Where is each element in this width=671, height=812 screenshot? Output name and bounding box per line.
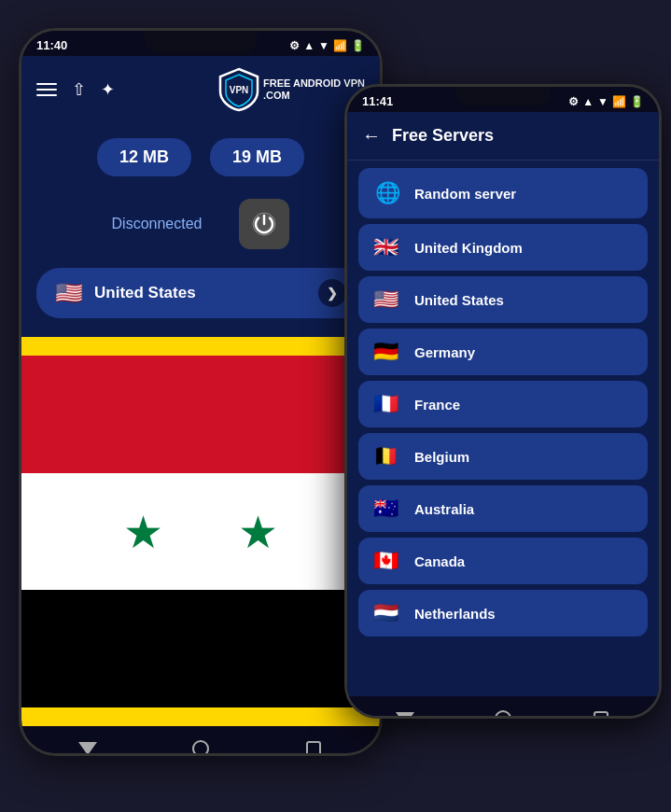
server-name-ca: Canada — [414, 553, 465, 569]
upload-stat: 19 MB — [210, 138, 304, 176]
server-name-fr: France — [414, 397, 460, 413]
stats-row: 12 MB 19 MB — [21, 123, 380, 191]
notification-icon-r: ▲ — [582, 95, 594, 108]
flag-nl: 🇳🇱 — [373, 601, 401, 625]
svg-text:VPN: VPN — [230, 85, 249, 95]
flag-bottom-stripe — [21, 707, 380, 726]
wifi-icon: ▼ — [318, 39, 329, 52]
server-name-nl: Netherlands — [414, 606, 496, 622]
flag-fr: 🇫🇷 — [373, 392, 401, 416]
server-list-title: Free Servers — [392, 126, 494, 146]
server-name-de: Germany — [414, 344, 475, 360]
server-item-random[interactable]: 🌐 Random server — [358, 168, 648, 218]
wifi-icon-r: ▼ — [597, 95, 608, 108]
star-icon[interactable]: ✦ — [101, 79, 115, 100]
server-name-au: Australia — [414, 501, 474, 517]
server-item-us[interactable]: 🇺🇸 United States — [358, 276, 648, 323]
server-item-fr[interactable]: 🇫🇷 France — [358, 381, 648, 427]
app-header-left: ⇧ ✦ VPN FREE ANDROID VPN .COM — [21, 56, 380, 123]
server-name-us: United States — [414, 292, 504, 308]
app-logo: VPN FREE ANDROID VPN .COM — [218, 67, 365, 112]
nav-recent-left[interactable] — [302, 737, 325, 756]
flag-black-stripe — [21, 590, 380, 707]
flag-be: 🇧🇪 — [373, 444, 401, 469]
shield-logo: VPN — [218, 67, 259, 112]
nav-back-right[interactable] — [394, 707, 416, 719]
server-item-be[interactable]: 🇧🇪 Belgium — [358, 433, 648, 480]
bottom-nav-left — [21, 726, 380, 756]
selected-country: 🇺🇸 United States — [55, 280, 196, 306]
server-name-random: Random server — [414, 186, 516, 202]
flag-white-stripe: ★ ★ — [21, 473, 380, 591]
battery-icon: 🔋 — [351, 39, 365, 52]
flag-uk: 🇬🇧 — [373, 235, 401, 259]
back-button[interactable]: ← — [362, 125, 381, 147]
phone-right: 11:41 ⚙ ▲ ▼ 📶 🔋 ← Free Servers 🌐 Random … — [344, 84, 662, 719]
server-name-uk: United Kingdom — [414, 240, 523, 256]
download-stat: 12 MB — [97, 138, 191, 176]
status-icons-right: ⚙ ▲ ▼ 📶 🔋 — [568, 95, 644, 108]
flag-star-left: ★ — [123, 506, 163, 558]
app-content-right: ← Free Servers 🌐 Random server 🇬🇧 United… — [347, 112, 659, 696]
power-button[interactable] — [239, 199, 289, 249]
server-item-nl[interactable]: 🇳🇱 Netherlands — [358, 590, 648, 637]
settings-icon-r: ⚙ — [568, 95, 579, 108]
connection-status: Disconnected — [112, 216, 203, 232]
selected-country-name: United States — [94, 284, 196, 302]
phone-left: 11:40 ⚙ ▲ ▼ 📶 🔋 ⇧ ✦ V — [19, 28, 383, 756]
flag-de: 🇩🇪 — [373, 340, 401, 364]
notch-left — [145, 31, 257, 53]
notch-right — [456, 87, 550, 105]
nav-home-right[interactable] — [492, 707, 514, 719]
server-item-ca[interactable]: 🇨🇦 Canada — [358, 538, 648, 584]
notification-icon: ▲ — [303, 39, 315, 52]
time-left: 11:40 — [36, 38, 67, 52]
disconnect-row: Disconnected — [21, 191, 380, 257]
expand-button[interactable]: ❯ — [318, 279, 346, 307]
globe-icon: 🌐 — [373, 179, 401, 207]
flag-us: 🇺🇸 — [373, 287, 401, 312]
flag-au: 🇦🇺 — [373, 497, 401, 521]
app-content-left: ⇧ ✦ VPN FREE ANDROID VPN .COM 12 MB 19 M… — [21, 56, 380, 726]
server-item-uk[interactable]: 🇬🇧 United Kingdom — [358, 224, 648, 271]
battery-icon-r: 🔋 — [630, 95, 644, 108]
flag-red-stripe — [21, 356, 380, 473]
flag-star-right: ★ — [238, 506, 278, 558]
server-list: 🌐 Random server 🇬🇧 United Kingdom 🇺🇸 Uni… — [347, 161, 659, 696]
nav-home-left[interactable] — [189, 737, 212, 756]
country-flag-display: ★ ★ — [21, 337, 380, 726]
server-item-au[interactable]: 🇦🇺 Australia — [358, 485, 648, 532]
nav-recent-right[interactable] — [590, 707, 612, 719]
header-left-icons: ⇧ ✦ — [36, 79, 115, 100]
menu-icon[interactable] — [36, 83, 57, 96]
flag-top-stripe — [21, 337, 380, 356]
settings-icon: ⚙ — [289, 39, 300, 52]
country-selector[interactable]: 🇺🇸 United States ❯ — [36, 268, 365, 318]
time-right: 11:41 — [362, 94, 393, 108]
selected-flag: 🇺🇸 — [55, 280, 83, 306]
status-icons-left: ⚙ ▲ ▼ 📶 🔋 — [289, 39, 365, 52]
bottom-nav-right — [347, 696, 659, 719]
server-item-de[interactable]: 🇩🇪 Germany — [358, 329, 648, 375]
signal-icon-r: 📶 — [612, 95, 626, 108]
server-name-be: Belgium — [414, 449, 469, 465]
flag-ca: 🇨🇦 — [373, 549, 401, 573]
server-header: ← Free Servers — [347, 112, 659, 161]
share-icon[interactable]: ⇧ — [72, 79, 86, 100]
nav-back-left[interactable] — [77, 737, 99, 756]
signal-icon: 📶 — [333, 39, 347, 52]
